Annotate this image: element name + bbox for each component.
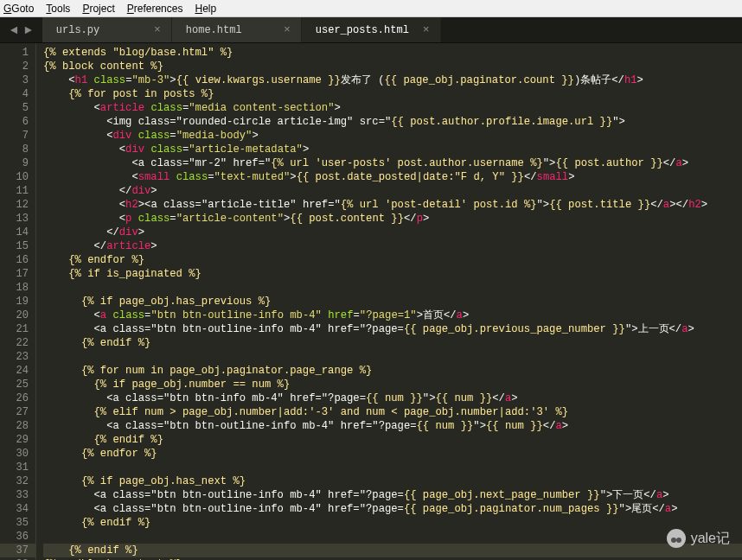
code-line[interactable]: {% extends "blog/base.html" %} (43, 46, 742, 60)
code-line[interactable]: <p class="article-content">{{ post.conte… (43, 212, 742, 226)
nav-arrows: ◄ ► (0, 23, 42, 37)
tab-urls-py[interactable]: urls.py × (42, 17, 172, 42)
code-line[interactable]: <a class="btn btn-outline-info mb-4" hre… (43, 419, 742, 433)
code-line[interactable] (43, 530, 742, 544)
code-line[interactable]: {% endif %} (43, 433, 742, 447)
code-line[interactable] (43, 281, 742, 295)
tab-bar: ◄ ► urls.py × home.html × user_posts.htm… (0, 17, 742, 43)
code-line[interactable]: {% elif num > page_obj.number|add:'-3' a… (43, 405, 742, 419)
menu-project[interactable]: Project (82, 3, 114, 15)
code-line[interactable]: <a class="btn btn-outline-info mb-4" hre… (43, 502, 742, 516)
code-line[interactable]: {% for post in posts %} (43, 87, 742, 101)
code-line[interactable]: {% if page_obj.has_next %} (43, 474, 742, 488)
code-line[interactable]: <a class="btn btn-outline-info mb-4" hre… (43, 322, 742, 336)
close-icon[interactable]: × (284, 23, 291, 36)
menu-bar: GGoto Tools Project Preferences Help (0, 0, 742, 17)
tab-home-html[interactable]: home.html × (172, 17, 302, 42)
code-line[interactable]: <a class="btn btn-info mb-4" href="?page… (43, 391, 742, 405)
code-line[interactable]: <a class="btn btn-outline-info mb-4" hre… (43, 309, 742, 322)
menu-preferences[interactable]: Preferences (127, 3, 183, 15)
code-line[interactable]: {% endfor %} (43, 447, 742, 461)
code-line[interactable]: {% for num in page_obj.paginator.page_ra… (43, 364, 742, 378)
code-line[interactable]: <a class="mr-2" href="{% url 'user-posts… (43, 156, 742, 170)
code-content[interactable]: {% extends "blog/base.html" %}{% block c… (36, 43, 742, 560)
menu-help[interactable]: Help (195, 3, 216, 15)
nav-back-icon[interactable]: ◄ (10, 23, 17, 37)
watermark: yale记 (667, 529, 730, 548)
code-line[interactable]: </div> (43, 184, 742, 198)
code-line[interactable]: {% endif %} (43, 336, 742, 350)
code-line[interactable]: {% if page_obj.number == num %} (43, 378, 742, 391)
code-line[interactable]: </article> (43, 239, 742, 253)
menu-goto[interactable]: GGoto (3, 3, 34, 15)
code-line[interactable]: {% if is_paginated %} (43, 267, 742, 281)
line-gutter: 1234567891011121314151617181920212223242… (0, 43, 36, 560)
tab-label: urls.py (56, 24, 99, 36)
code-line[interactable]: <a class="btn btn-outline-info mb-4" hre… (43, 488, 742, 502)
menu-tools[interactable]: Tools (46, 3, 70, 15)
code-line[interactable] (43, 350, 742, 364)
tab-label: user_posts.html (316, 24, 409, 36)
code-line[interactable]: <h2><a class="article-title" href="{% ur… (43, 198, 742, 212)
nav-forward-icon[interactable]: ► (24, 23, 31, 37)
code-line[interactable]: {% if page_obj.has_previous %} (43, 295, 742, 309)
tab-user-posts-html[interactable]: user_posts.html × (302, 17, 441, 42)
editor-area: 1234567891011121314151617181920212223242… (0, 43, 742, 560)
code-line[interactable]: <h1 class="mb-3">{{ view.kwargs.username… (43, 73, 742, 87)
close-icon[interactable]: × (423, 23, 430, 36)
code-line[interactable]: <small class="text-muted">{{ post.date_p… (43, 170, 742, 184)
code-line[interactable]: {% endif %} (43, 544, 742, 557)
code-line[interactable] (43, 461, 742, 474)
code-line[interactable]: {% endfor %} (43, 253, 742, 267)
code-line[interactable]: </div> (43, 226, 742, 239)
code-line[interactable]: {% endif %} (43, 516, 742, 530)
code-line[interactable]: {% block content %} (43, 60, 742, 73)
code-line[interactable]: <div class="article-metadata"> (43, 143, 742, 156)
code-line[interactable]: <article class="media content-section"> (43, 101, 742, 115)
watermark-text: yale记 (691, 530, 730, 548)
code-line[interactable]: <div class="media-body"> (43, 129, 742, 143)
wechat-icon (667, 529, 686, 548)
code-line[interactable]: <img class="rounded-circle article-img" … (43, 115, 742, 129)
tab-label: home.html (186, 24, 242, 36)
close-icon[interactable]: × (154, 23, 161, 36)
